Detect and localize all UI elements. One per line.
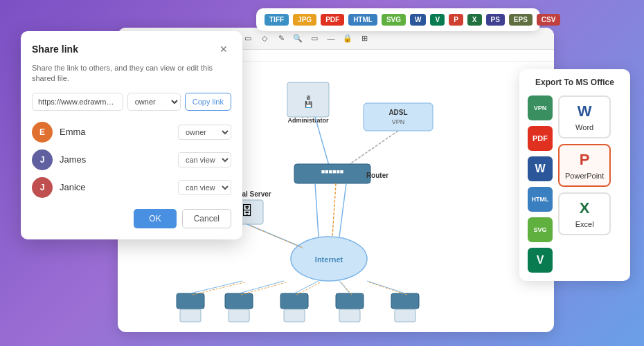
export-option-powerpoint[interactable]: P PowerPoint [558,144,611,187]
mini-icon-v[interactable]: V [528,248,553,273]
svg-line-19 [339,183,346,237]
export-panel-content: VPN PDF W HTML SVG V W Word P PowerPoint… [528,95,622,273]
svg-rect-35 [339,309,360,322]
format-word[interactable]: W [410,14,426,26]
format-eps[interactable]: EPS [509,14,533,26]
svg-text:Router: Router [366,172,388,179]
ppt-label: PowerPoint [565,172,604,180]
svg-line-32 [294,281,319,293]
svg-rect-26 [225,293,253,309]
format-svg[interactable]: SVG [382,14,406,26]
user-name-janice: Janice [60,182,178,192]
svg-rect-30 [280,293,308,309]
svg-text:■■■■■■: ■■■■■■ [321,168,344,175]
svg-rect-22 [177,293,204,309]
svg-line-18 [332,183,336,237]
svg-rect-23 [180,309,201,322]
dialog-description: Share the link to others, and they can v… [32,63,231,84]
owner-select[interactable]: owner can edit can view [127,93,181,111]
format-visio[interactable]: V [430,14,445,26]
svg-line-40 [367,281,405,293]
dialog-title: Share link [32,44,78,55]
user-name-emma: Emma [60,127,178,137]
dialog-header: Share link ✕ [32,42,231,56]
toolbar-rect[interactable]: ▭ [241,32,255,46]
svg-line-37 [341,282,352,295]
svg-line-33 [296,282,321,295]
mini-icon-pdf[interactable]: PDF [528,126,553,151]
avatar-emma: E [32,122,53,143]
link-input[interactable] [32,93,123,111]
export-option-word[interactable]: W Word [558,95,611,138]
dialog-actions: OK Cancel [32,209,231,228]
user-row-janice: J Janice owner can edit can view [32,177,231,198]
export-panel: Export To MS Office VPN PDF W HTML SVG V… [519,69,630,281]
permission-select-james[interactable]: owner can edit can view [178,152,231,167]
toolbar-grid[interactable]: ⊞ [357,32,371,46]
svg-text:Internet: Internet [315,255,343,264]
svg-line-28 [239,281,284,293]
permission-select-janice[interactable]: owner can edit can view [178,180,231,195]
format-jpg[interactable]: JPG [293,14,316,26]
svg-text:🖥: 🖥 [305,95,311,101]
toolbar-pencil[interactable]: ✎ [274,32,288,46]
svg-rect-34 [336,293,364,309]
svg-rect-38 [391,293,419,309]
word-label: Word [575,123,593,131]
svg-text:VPN: VPN [392,118,405,125]
toolbar-diamond[interactable]: ◇ [258,32,271,46]
cancel-button[interactable]: Cancel [182,209,231,228]
svg-rect-27 [229,309,249,322]
word-icon: W [578,102,592,120]
mini-icon-svg[interactable]: SVG [528,217,553,242]
mini-icon-vpn[interactable]: VPN [528,95,553,120]
mini-icon-word[interactable]: W [528,156,553,181]
svg-line-25 [193,282,244,295]
toolbar-line[interactable]: — [324,32,338,46]
copy-link-button[interactable]: Copy link [185,93,231,111]
svg-text:Administrator: Administrator [287,117,329,124]
toolbar-zoom[interactable]: 🔍 [291,32,305,46]
mini-icon-html[interactable]: HTML [528,187,553,212]
share-dialog: Share link ✕ Share the link to others, a… [21,31,242,239]
svg-line-29 [241,282,286,295]
avatar-janice: J [32,177,53,198]
permission-select-emma[interactable]: owner can edit can view [178,125,231,140]
link-row: owner can edit can view Copy link [32,93,231,111]
export-option-excel[interactable]: X Excel [558,192,611,235]
svg-line-36 [339,281,350,293]
svg-rect-31 [284,309,305,322]
svg-line-8 [315,117,329,165]
format-excel[interactable]: X [467,14,482,26]
export-formats-bar: TIFF JPG PDF HTML SVG W V P X PS EPS CSV [256,8,540,31]
svg-line-41 [369,282,407,295]
user-row-emma: E Emma owner can edit can view [32,122,231,143]
ok-button[interactable]: OK [134,209,176,228]
svg-line-24 [190,281,242,293]
user-row-james: J James owner can edit can view [32,149,231,170]
ppt-icon: P [580,151,590,169]
svg-text:🗄: 🗄 [241,204,253,218]
user-name-james: James [60,154,178,165]
close-button[interactable]: ✕ [216,42,231,56]
left-mini-icons: VPN PDF W HTML SVG V [528,95,553,273]
svg-rect-0 [364,103,433,131]
toolbar-frame[interactable]: ▭ [307,32,321,46]
excel-label: Excel [575,220,594,228]
avatar-james: J [32,149,53,170]
export-options-col: W Word P PowerPoint X Excel [558,95,611,273]
format-html[interactable]: HTML [348,14,377,26]
format-tiff[interactable]: TIFF [265,14,289,26]
svg-line-17 [315,183,319,237]
format-ppt[interactable]: P [449,14,463,26]
export-panel-title: Export To MS Office [528,78,622,87]
format-ps[interactable]: PS [486,14,505,26]
format-pdf[interactable]: PDF [321,14,344,26]
svg-text:ADSL: ADSL [388,109,407,116]
svg-text:💾: 💾 [305,100,313,109]
excel-icon: X [580,199,590,217]
toolbar-lock[interactable]: 🔒 [341,32,355,46]
arrow-indicator: ← [530,19,544,35]
svg-rect-39 [395,309,415,322]
svg-line-3 [343,131,398,169]
